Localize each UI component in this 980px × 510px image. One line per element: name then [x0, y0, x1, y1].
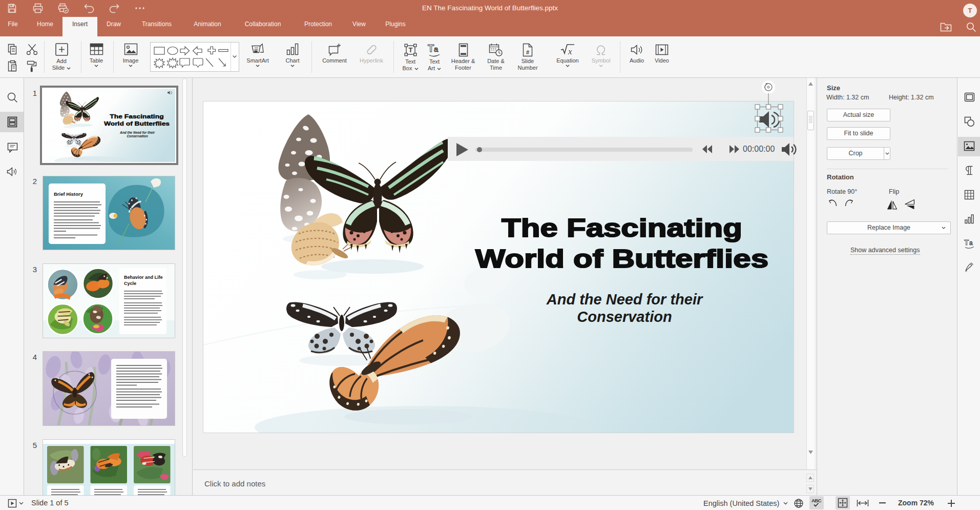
- svg-text:Behavior and Life: Behavior and Life: [124, 275, 163, 280]
- svg-text:a: a: [434, 45, 439, 53]
- svg-text:a: a: [969, 239, 973, 247]
- svg-text:#: #: [526, 49, 529, 55]
- svg-text:T: T: [408, 46, 412, 54]
- svg-text:Cycle: Cycle: [124, 281, 136, 286]
- svg-text:T: T: [964, 238, 969, 247]
- svg-text:x: x: [568, 47, 572, 56]
- svg-text:Brief History: Brief History: [54, 191, 84, 197]
- svg-text:T: T: [428, 43, 434, 54]
- svg-text:ABC: ABC: [811, 498, 822, 503]
